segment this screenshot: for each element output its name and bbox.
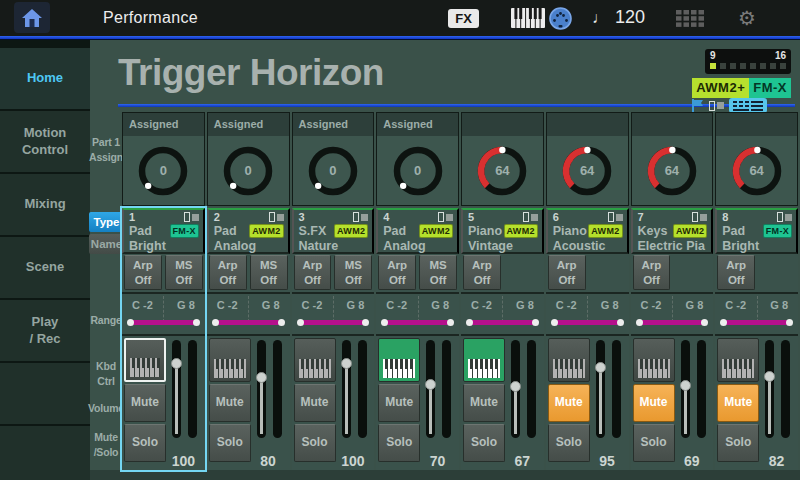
solo-button[interactable]: Solo	[548, 424, 590, 462]
solo-button[interactable]: Solo	[124, 424, 166, 462]
arp-toggle-button[interactable]: ArpOff	[463, 255, 501, 290]
solo-button[interactable]: Solo	[378, 424, 420, 462]
kbd-ctrl-button[interactable]	[209, 338, 251, 382]
part-name-button[interactable]: 8 PadFM-X Bright	[715, 208, 798, 254]
part-output-icon	[438, 212, 453, 222]
note-range-control[interactable]: C -2 G 8	[122, 294, 205, 336]
arp-toggle-button[interactable]: ArpOff	[209, 255, 247, 290]
part-name-button[interactable]: 1 PadFM-X Bright	[122, 208, 205, 254]
motion-seq-toggle-button[interactable]: MSOff	[165, 255, 203, 290]
arp-toggle-button[interactable]: ArpOff	[294, 255, 332, 290]
tempo-display[interactable]: ♩ 120	[592, 7, 645, 28]
screen-title: Performance	[103, 9, 198, 27]
arp-ms-row: ArpOff	[631, 254, 714, 294]
arp-toggle-button[interactable]: ArpOff	[124, 255, 162, 290]
assign-knob[interactable]: 64	[462, 136, 543, 205]
volume-slider[interactable]	[596, 340, 605, 438]
level-meter	[612, 340, 621, 438]
fmx-badge: FM-X	[749, 78, 791, 98]
bottom-strip	[90, 470, 800, 480]
part-name-button[interactable]: 3 S.FXAWM2 Nature	[292, 208, 375, 254]
kbd-ctrl-button[interactable]	[548, 338, 590, 382]
range-bar	[299, 320, 368, 325]
assign-knob[interactable]: 0	[293, 136, 374, 205]
kbd-ctrl-button[interactable]	[294, 338, 336, 382]
assign-knob-value: 64	[749, 163, 763, 178]
mute-button[interactable]: Mute	[548, 384, 590, 422]
kbd-ctrl-button[interactable]	[463, 338, 505, 382]
assign-knob[interactable]: 64	[632, 136, 713, 205]
note-range-control[interactable]: C -2 G 8	[207, 294, 290, 336]
assign-knob[interactable]: 0	[208, 136, 289, 205]
row-label-mute-solo: Mute/Solo	[87, 430, 125, 459]
type-button[interactable]: Type	[89, 212, 124, 232]
sidebar-item-play-rec[interactable]: Play / Rec	[0, 300, 90, 361]
part-9-16-indicator[interactable]: 9 16	[705, 49, 791, 74]
assign-knob[interactable]: 64	[716, 136, 797, 205]
fx-indicator[interactable]: FX	[448, 9, 479, 28]
kbd-ctrl-button[interactable]	[124, 338, 166, 382]
volume-slider[interactable]	[257, 340, 266, 438]
motion-seq-toggle-button[interactable]: MSOff	[250, 255, 288, 290]
volume-slider[interactable]	[681, 340, 690, 438]
solo-button[interactable]: Solo	[294, 424, 336, 462]
volume-slider[interactable]	[765, 340, 774, 438]
solo-button[interactable]: Solo	[209, 424, 251, 462]
keyboard-icon[interactable]	[511, 8, 545, 32]
assign-knob[interactable]: 0	[377, 136, 458, 205]
motion-seq-toggle-button[interactable]: MSOff	[419, 255, 457, 290]
note-range-control[interactable]: C -2 G 8	[715, 294, 798, 336]
part-name-button[interactable]: 5 PianoAWM2 Vintage	[461, 208, 544, 254]
mute-button[interactable]: Mute	[463, 384, 505, 422]
volume-value: 80	[249, 453, 288, 469]
pads-grid-icon[interactable]	[676, 10, 704, 31]
performance-name[interactable]: Trigger Horizon	[118, 52, 384, 94]
mute-button[interactable]: Mute	[124, 384, 166, 422]
volume-slider[interactable]	[342, 340, 351, 438]
mute-button[interactable]: Mute	[209, 384, 251, 422]
kbd-ctrl-button[interactable]	[717, 338, 759, 382]
note-range-control[interactable]: C -2 G 8	[631, 294, 714, 336]
assign-knob[interactable]: 0	[123, 136, 204, 205]
mute-button[interactable]: Mute	[294, 384, 336, 422]
sidebar-item-home[interactable]: Home	[0, 48, 90, 109]
solo-button[interactable]: Solo	[717, 424, 759, 462]
volume-slider[interactable]	[511, 340, 520, 438]
part-name-button[interactable]: 4 PadAWM2 Analog	[376, 208, 459, 254]
arp-toggle-button[interactable]: ArpOff	[633, 255, 671, 290]
sidebar-item-motion-control[interactable]: Motion Control	[0, 111, 90, 172]
mute-button[interactable]: Mute	[633, 384, 675, 422]
settings-gear-icon[interactable]: ⚙	[738, 6, 756, 30]
keyboard-keys-icon	[299, 359, 331, 378]
name-button[interactable]: Name	[89, 234, 124, 254]
arp-toggle-button[interactable]: ArpOff	[548, 255, 586, 290]
note-range-control[interactable]: C -2 G 8	[461, 294, 544, 336]
volume-slider[interactable]	[172, 340, 181, 438]
flag-icon[interactable]	[691, 99, 704, 113]
part-name-button[interactable]: 6 PianoAWM2 Acoustic	[546, 208, 629, 254]
volume-slider[interactable]	[426, 340, 435, 438]
solo-button[interactable]: Solo	[463, 424, 505, 462]
part-column: 64 5 PianoAWM2 Vintage ArpOff C -2 G 8	[461, 112, 544, 470]
arp-toggle-button[interactable]: ArpOff	[717, 255, 755, 290]
arp-toggle-button[interactable]: ArpOff	[378, 255, 416, 290]
part-output-icon	[608, 212, 623, 222]
note-range-control[interactable]: C -2 G 8	[292, 294, 375, 336]
mute-button[interactable]: Mute	[378, 384, 420, 422]
midi-connector-icon[interactable]	[548, 6, 573, 35]
part-name-button[interactable]: 7 KeysAWM2 Electric Pia	[631, 208, 714, 254]
kbd-ctrl-button[interactable]	[633, 338, 675, 382]
assign-knob[interactable]: 64	[547, 136, 628, 205]
mute-button[interactable]: Mute	[717, 384, 759, 422]
sidebar-item-scene[interactable]: Scene	[0, 237, 90, 298]
home-button[interactable]	[14, 2, 50, 33]
note-range-control[interactable]: C -2 G 8	[376, 294, 459, 336]
note-range-control[interactable]: C -2 G 8	[546, 294, 629, 336]
motion-seq-toggle-button[interactable]: MSOff	[334, 255, 372, 290]
part-name-button[interactable]: 2 PadAWM2 Analog	[207, 208, 290, 254]
kbd-ctrl-button[interactable]	[378, 338, 420, 382]
mixer-view-icon[interactable]	[729, 98, 767, 113]
sidebar-item-mixing[interactable]: Mixing	[0, 174, 90, 235]
assign-knob-value: 0	[245, 163, 252, 178]
solo-button[interactable]: Solo	[633, 424, 675, 462]
